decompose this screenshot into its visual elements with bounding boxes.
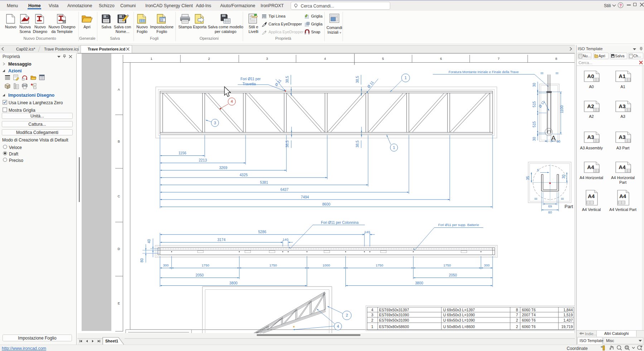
svg-text:7: 7 [516, 313, 518, 317]
svg-text:300: 300 [163, 263, 169, 267]
svg-text:5381: 5381 [260, 181, 268, 184]
svg-text:8: 8 [555, 57, 557, 61]
svg-text:3174: 3174 [217, 238, 226, 242]
svg-text:5: 5 [382, 57, 384, 61]
svg-text:Foratura Montante Iniziale e F: Foratura Montante Iniziale e Finale dell… [449, 70, 519, 74]
svg-text:515: 515 [532, 101, 536, 107]
svg-text:1000: 1000 [323, 263, 330, 267]
svg-text:1750: 1750 [269, 263, 277, 267]
svg-text:5: 5 [537, 168, 539, 172]
svg-text:A0: A0 [587, 73, 594, 79]
svg-text:2050: 2050 [449, 273, 457, 277]
svg-text:80: 80 [140, 258, 144, 263]
svg-text:80: 80 [557, 139, 561, 143]
svg-text:Fori Ø11 per: Fori Ø11 per [241, 77, 261, 81]
svg-text:A4: A4 [619, 193, 626, 199]
svg-text:1750: 1750 [202, 263, 209, 267]
svg-text:A3: A3 [619, 103, 625, 109]
svg-text:EST69x50x31397: EST69x50x31397 [379, 308, 409, 312]
svg-text:A: A [118, 87, 120, 91]
svg-text:6060 T6: 6060 T6 [522, 318, 536, 322]
svg-text:D: D [118, 247, 120, 251]
svg-text:8600: 8600 [322, 202, 330, 206]
svg-text:A: A [551, 134, 556, 142]
svg-text:Travetta: Travetta [243, 82, 256, 86]
svg-text:515: 515 [532, 121, 536, 127]
svg-text:Fori Ø11 per Colonnina: Fori Ø11 per Colonnina [321, 221, 358, 225]
svg-text:3269: 3269 [219, 166, 227, 170]
svg-text:4: 4 [231, 99, 233, 104]
svg-text:30: 30 [562, 174, 566, 179]
svg-text:3: 3 [266, 57, 268, 61]
svg-text:3800: 3800 [415, 281, 423, 285]
svg-text:2007 T4: 2007 T4 [522, 313, 536, 317]
svg-text:1,437: 1,437 [563, 318, 573, 322]
svg-text:19,719: 19,719 [561, 324, 573, 329]
svg-text:38,5: 38,5 [285, 76, 289, 83]
svg-text:300: 300 [484, 263, 490, 267]
svg-text:40: 40 [147, 239, 151, 244]
svg-text:A4: A4 [587, 193, 595, 199]
svg-text:3: 3 [371, 313, 373, 317]
svg-text:U 69x50x3 L=1090: U 69x50x3 L=1090 [443, 318, 475, 322]
svg-text:A1: A1 [619, 73, 625, 79]
svg-text:1100: 1100 [560, 105, 564, 113]
svg-text:6437: 6437 [280, 188, 289, 192]
svg-text:EST69x50x31090: EST69x50x31090 [379, 313, 409, 317]
svg-text:?: ? [619, 3, 622, 8]
svg-text:EST69x50x31090: EST69x50x31090 [379, 318, 409, 322]
svg-text:38,5: 38,5 [355, 140, 359, 148]
svg-text:1156: 1156 [178, 151, 186, 155]
svg-text:80: 80 [548, 210, 552, 214]
svg-text:B: B [118, 139, 120, 143]
svg-text:2213: 2213 [199, 158, 207, 162]
svg-text:140: 140 [283, 237, 289, 241]
svg-text:4: 4 [337, 324, 339, 328]
svg-text:EST50x80x58600: EST50x80x58600 [379, 324, 409, 329]
svg-text:Part: Part [565, 204, 573, 209]
svg-text:A2: A2 [587, 103, 594, 109]
svg-text:1: 1 [393, 145, 395, 150]
svg-text:4: 4 [371, 308, 373, 312]
svg-text:3800: 3800 [229, 281, 238, 285]
svg-text:E: E [118, 301, 120, 305]
svg-text:140: 140 [364, 230, 370, 234]
svg-text:6: 6 [440, 57, 442, 61]
svg-text:Fori Ø11 per supp. Batterie: Fori Ø11 per supp. Batterie [438, 223, 479, 227]
svg-text:8: 8 [516, 308, 518, 312]
svg-text:30: 30 [532, 137, 536, 141]
svg-text:2: 2 [371, 318, 373, 322]
svg-text:2: 2 [346, 313, 348, 317]
svg-text:69: 69 [548, 204, 552, 208]
svg-text:2: 2 [208, 57, 210, 61]
svg-text:1: 1 [150, 57, 152, 61]
svg-text:U 69x50x3 L=1397: U 69x50x3 L=1397 [443, 308, 475, 312]
svg-text:2: 2 [516, 318, 518, 322]
svg-text:A4: A4 [587, 164, 594, 170]
svg-text:30: 30 [532, 83, 536, 87]
svg-text:7494: 7494 [301, 195, 309, 199]
svg-text:A3: A3 [587, 134, 594, 140]
svg-text:4: 4 [324, 57, 326, 61]
svg-text:1,519: 1,519 [563, 313, 573, 317]
svg-text:A4: A4 [619, 164, 626, 170]
svg-text:1,844: 1,844 [563, 308, 573, 312]
svg-text:6060 T6: 6060 T6 [522, 308, 536, 312]
svg-text:1750: 1750 [443, 263, 451, 267]
svg-text:2: 2 [516, 324, 518, 329]
svg-text:1750: 1750 [376, 263, 383, 267]
svg-text:6060 T6: 6060 T6 [522, 324, 536, 329]
svg-text:1: 1 [371, 324, 373, 329]
svg-text:35: 35 [526, 176, 530, 180]
svg-text:7: 7 [498, 57, 499, 61]
svg-text:38,5: 38,5 [285, 140, 289, 148]
svg-text:4325: 4325 [239, 173, 248, 177]
svg-text:1: 1 [405, 76, 407, 80]
svg-text:5286: 5286 [258, 230, 266, 234]
svg-text:2050: 2050 [195, 273, 204, 277]
svg-text:U 69x50x3 L=1090: U 69x50x3 L=1090 [443, 313, 475, 317]
svg-text:3: 3 [214, 121, 216, 125]
svg-text:A3: A3 [619, 134, 625, 140]
svg-text:U 50x80x5 L=8600: U 50x80x5 L=8600 [443, 324, 475, 329]
svg-text:38,5: 38,5 [355, 76, 359, 83]
